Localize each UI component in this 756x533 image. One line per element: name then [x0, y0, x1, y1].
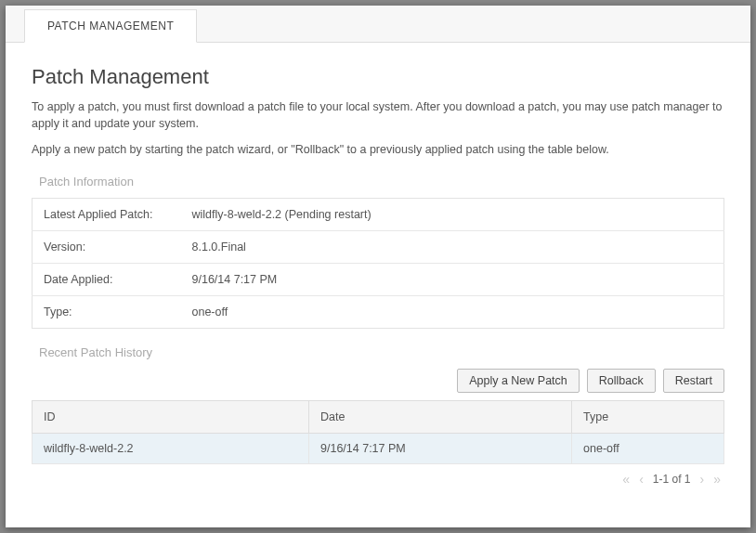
- history-heading: Recent Patch History: [39, 345, 724, 359]
- restart-button[interactable]: Restart: [663, 369, 724, 393]
- info-label: Latest Applied Patch:: [33, 199, 181, 231]
- info-label: Date Applied:: [33, 264, 181, 296]
- apply-new-patch-button[interactable]: Apply a New Patch: [457, 369, 580, 393]
- pager-prev-icon[interactable]: ‹: [639, 472, 644, 487]
- cell-type: one-off: [572, 434, 724, 464]
- page-title: Patch Management: [32, 65, 724, 89]
- pager-next-icon[interactable]: ›: [700, 472, 705, 487]
- info-label: Type:: [33, 296, 181, 329]
- col-id[interactable]: ID: [33, 401, 309, 434]
- pager-first-icon[interactable]: «: [622, 472, 630, 487]
- cell-date: 9/16/14 7:17 PM: [309, 434, 572, 464]
- col-date[interactable]: Date: [309, 401, 572, 434]
- info-value: wildfly-8-weld-2.2 (Pending restart): [181, 199, 724, 231]
- table-row[interactable]: wildfly-8-weld-2.2 9/16/14 7:17 PM one-o…: [33, 434, 724, 464]
- tab-bar: PATCH MANAGEMENT: [6, 6, 750, 43]
- info-label: Version:: [33, 231, 181, 264]
- info-row-date: Date Applied: 9/16/14 7:17 PM: [33, 264, 724, 296]
- patch-info-heading: Patch Information: [39, 175, 724, 188]
- pager: « ‹ 1-1 of 1 › »: [32, 464, 724, 487]
- page-description-1: To apply a patch, you must first downloa…: [32, 98, 724, 132]
- info-value: 9/16/14 7:17 PM: [181, 264, 724, 296]
- col-type[interactable]: Type: [572, 401, 724, 434]
- info-value: 8.1.0.Final: [181, 231, 724, 264]
- content-area: Patch Management To apply a patch, you m…: [6, 43, 750, 527]
- page-description-2: Apply a new patch by starting the patch …: [32, 141, 724, 158]
- info-row-version: Version: 8.1.0.Final: [33, 231, 724, 264]
- info-row-latest: Latest Applied Patch: wildfly-8-weld-2.2…: [33, 199, 724, 231]
- patch-info-table: Latest Applied Patch: wildfly-8-weld-2.2…: [32, 198, 724, 329]
- info-row-type: Type: one-off: [33, 296, 724, 329]
- rollback-button[interactable]: Rollback: [587, 369, 656, 393]
- pager-label: 1-1 of 1: [653, 473, 691, 486]
- cell-id: wildfly-8-weld-2.2: [33, 434, 309, 464]
- info-value: one-off: [181, 296, 724, 329]
- app-window: PATCH MANAGEMENT Patch Management To app…: [6, 6, 750, 527]
- history-table: ID Date Type wildfly-8-weld-2.2 9/16/14 …: [32, 400, 724, 464]
- pager-last-icon[interactable]: »: [713, 472, 721, 487]
- tab-patch-management[interactable]: PATCH MANAGEMENT: [24, 9, 197, 43]
- history-actions: Apply a New Patch Rollback Restart: [32, 369, 724, 393]
